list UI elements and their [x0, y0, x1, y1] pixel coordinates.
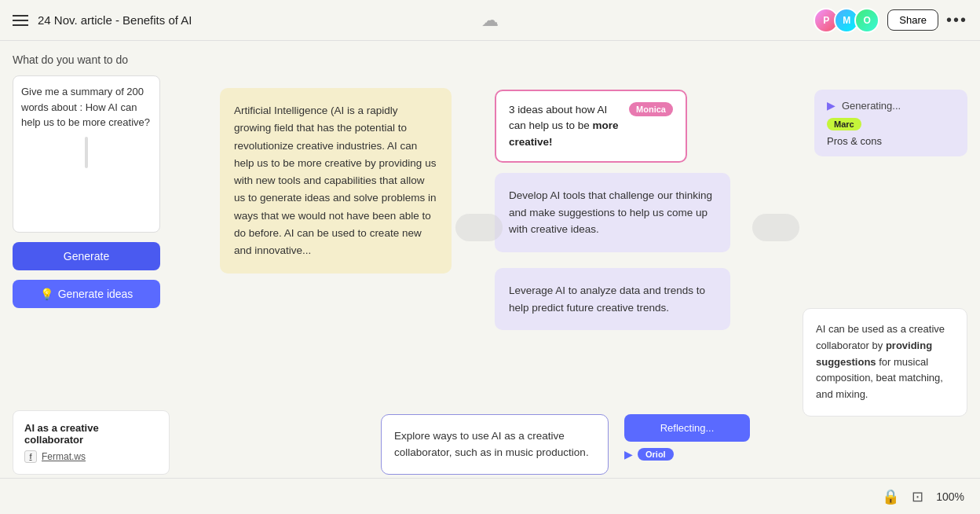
idea-card-1: Develop AI tools that challenge our thin… [495, 173, 730, 252]
play-icon: ▶ [827, 99, 836, 112]
menu-button[interactable] [13, 15, 28, 26]
page-title: 24 Nov. article - Benefits of AI [38, 13, 192, 27]
oriol-badge: Oriol [638, 448, 674, 461]
frame-icon[interactable]: ⊡ [912, 488, 923, 505]
textarea-content: Give me a summary of 200 words about : H… [21, 84, 152, 130]
header-right: P M O Share ••• [814, 8, 967, 33]
generating-header: ▶ Generating... [827, 99, 955, 112]
reflecting-button[interactable]: Reflecting... [624, 414, 750, 442]
ideas-header-card: 3 ideas about how AI can help us to be m… [495, 90, 687, 163]
more-button[interactable]: ••• [946, 11, 967, 29]
pros-cons-text: Pros & cons [827, 135, 955, 147]
source-card: AI as a creative collaborator f Fermat.w… [13, 410, 170, 475]
avatar-group: P M O [814, 8, 879, 33]
what-label: What do you want to do [13, 53, 160, 66]
idea-card-2: Leverage AI to analyze data and trends t… [495, 268, 730, 330]
explore-text: Explore ways to use AI as a creative col… [394, 428, 595, 461]
generate-button[interactable]: Generate [13, 242, 160, 270]
source-title: AI as a creative collaborator [24, 422, 158, 446]
lock-icon[interactable]: 🔒 [882, 488, 899, 505]
cursor-icon: ▶ [624, 448, 633, 461]
header-center: ☁ [481, 10, 499, 31]
ideas-header-text: 3 ideas about how AI can help us to be m… [509, 102, 623, 150]
source-link[interactable]: f Fermat.ws [24, 450, 158, 463]
reflecting-card: Reflecting... ▶ Oriol [624, 414, 750, 461]
cloud-icon: ☁ [481, 10, 499, 30]
summary-text: Artificial Intelligence (AI is a rapidly… [234, 102, 437, 259]
ai-result-text: AI can be used as a creative collaborato… [816, 321, 954, 403]
share-button[interactable]: Share [887, 9, 938, 31]
summary-card: Artificial Intelligence (AI is a rapidly… [220, 88, 452, 274]
text-area-container[interactable]: Give me a summary of 200 words about : H… [13, 75, 160, 233]
generating-card: ▶ Generating... Marc Pros & cons [814, 90, 967, 156]
explore-card: Explore ways to use AI as a creative col… [381, 414, 609, 475]
idea-text-1: Develop AI tools that challenge our thin… [509, 187, 716, 238]
generate-ideas-button[interactable]: 💡 Generate ideas [13, 280, 160, 308]
bulb-icon: 💡 [40, 288, 53, 300]
oriol-area: ▶ Oriol [624, 448, 750, 461]
scrollbar [85, 137, 88, 168]
canvas: What do you want to do Give me a summary… [0, 41, 980, 514]
marc-badge: Marc [827, 118, 861, 130]
bottom-bar: 🔒 ⊡ 100% [0, 478, 980, 514]
blob-decoration [455, 214, 503, 241]
generating-text: Generating... [842, 100, 901, 112]
ai-result-card: AI can be used as a creative collaborato… [803, 308, 967, 417]
header: 24 Nov. article - Benefits of AI ☁ P M O… [0, 0, 980, 41]
blob-decoration [752, 214, 799, 241]
fermat-icon: f [24, 450, 37, 463]
zoom-level: 100% [936, 490, 964, 503]
idea-text-2: Leverage AI to analyze data and trends t… [509, 282, 716, 316]
monica-badge: Monica [629, 102, 673, 116]
avatar[interactable]: O [854, 8, 879, 33]
